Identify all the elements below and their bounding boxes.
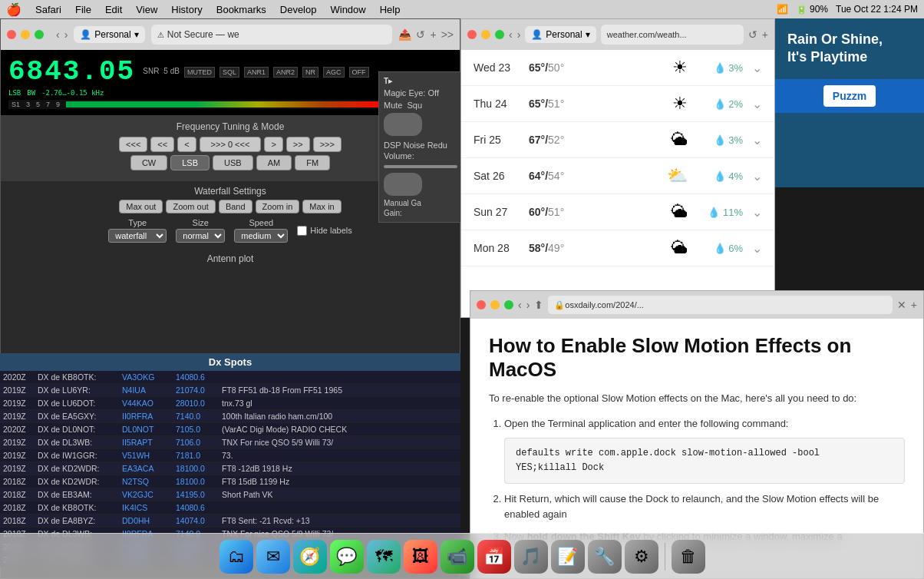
reload-button[interactable]: ↺ [416, 28, 425, 41]
dx-callsign[interactable]: V51WH [122, 451, 176, 460]
size-select[interactable]: normal large [176, 229, 225, 243]
dock-finder[interactable]: 🗂 [219, 540, 253, 574]
code-block[interactable]: defaults write com.apple.dock slow-motio… [504, 438, 905, 484]
tune-right1[interactable]: > [264, 137, 282, 152]
wf-zoom-in[interactable]: Zoom in [256, 200, 300, 213]
hide-labels-checkbox[interactable]: Hide labels [297, 226, 351, 236]
weather-profile[interactable]: 👤 Personal ▾ [525, 26, 596, 43]
dx-freq[interactable]: 7105.0 [176, 425, 222, 434]
article-close-button[interactable] [477, 300, 486, 309]
weather-expand-icon[interactable]: ⌄ [752, 205, 762, 220]
weather-expand-icon[interactable]: ⌄ [752, 241, 762, 256]
weather-forward-button[interactable]: › [517, 28, 521, 41]
dx-callsign[interactable]: II5RAPT [122, 438, 176, 447]
menu-bookmarks[interactable]: Bookmarks [216, 4, 266, 15]
weather-expand-icon[interactable]: ⌄ [752, 97, 762, 111]
type-select[interactable]: waterfall spectrum [108, 229, 167, 243]
weather-url-bar[interactable]: weather.com/weath... [601, 25, 744, 45]
fullscreen-button[interactable] [35, 30, 44, 39]
tune-right2[interactable]: >> [286, 137, 310, 152]
menu-window[interactable]: Window [330, 4, 365, 15]
dx-freq[interactable]: 18100.0 [176, 477, 222, 486]
dx-freq[interactable]: 14080.6 [176, 503, 222, 512]
article-fullscreen-button[interactable] [504, 300, 513, 309]
dock-app-3[interactable]: 🔧 [588, 540, 622, 574]
dx-freq[interactable]: 28010.0 [176, 399, 222, 408]
dock-trash[interactable]: 🗑 [672, 540, 705, 574]
article-share-icon[interactable]: ⬆ [534, 299, 543, 311]
article-new-tab[interactable]: + [911, 299, 917, 311]
url-bar-radio[interactable]: ⚠ Not Secure — we [151, 25, 393, 45]
dock-facetime[interactable]: 📹 [441, 540, 474, 574]
hide-labels-input[interactable] [297, 226, 307, 236]
dx-callsign[interactable]: IK4ICS [122, 503, 176, 512]
tune-left1[interactable]: < [177, 137, 196, 152]
dx-freq[interactable]: 7106.0 [176, 438, 222, 447]
forward-button[interactable]: › [64, 28, 68, 41]
article-close-tab[interactable]: ✕ [897, 299, 906, 311]
weather-expand-icon[interactable]: ⌄ [752, 169, 762, 184]
weather-expand-icon[interactable]: ⌄ [752, 133, 762, 147]
dx-callsign[interactable]: N4IUA [122, 385, 176, 395]
dx-freq[interactable]: 7140.0 [176, 412, 222, 421]
new-tab-button[interactable]: + [430, 28, 436, 41]
dx-callsign[interactable]: VA3OKG [122, 372, 176, 382]
dx-callsign[interactable]: DL0NOT [122, 425, 176, 434]
dock-messages[interactable]: 💬 [330, 540, 364, 574]
tune-left2[interactable]: << [150, 137, 174, 152]
dx-callsign[interactable]: VK2GJC [122, 490, 176, 499]
weather-fullscreen-button[interactable] [495, 30, 504, 39]
wf-zoom-out[interactable]: Zoom out [166, 200, 215, 213]
dx-callsign[interactable]: EA3ACA [122, 464, 176, 473]
weather-day-row[interactable]: Thu 24 65°/51° ☀ 💧 2% ⌄ [461, 86, 774, 122]
mode-lsb[interactable]: LSB [170, 155, 210, 170]
tune-center[interactable]: >>> 0 <<< [200, 137, 262, 152]
article-minimize-button[interactable] [490, 300, 500, 309]
weather-back-button[interactable]: ‹ [509, 28, 513, 41]
tune-far-left[interactable]: <<< [119, 137, 147, 152]
weather-reload-button[interactable]: ↺ [748, 28, 757, 41]
dock-maps[interactable]: 🗺 [367, 540, 401, 574]
dock-app-2[interactable]: 📝 [551, 540, 585, 574]
weather-close-button[interactable] [467, 30, 477, 39]
speed-select[interactable]: medium fast slow [234, 229, 288, 243]
menu-safari[interactable]: Safari [35, 4, 61, 15]
dock-mail[interactable]: ✉ [256, 540, 290, 574]
dx-callsign[interactable]: II0RFRA [122, 412, 176, 421]
dx-callsign[interactable]: V44KAO [122, 399, 176, 408]
mode-usb[interactable]: USB [213, 155, 253, 170]
wf-band[interactable]: Band [219, 200, 252, 213]
back-button[interactable]: ‹ [56, 28, 60, 41]
dx-freq[interactable]: 21074.0 [176, 385, 222, 395]
article-forward-button[interactable]: › [526, 299, 530, 311]
dock-photos[interactable]: 🖼 [404, 540, 437, 574]
close-button[interactable] [7, 30, 16, 39]
dx-freq[interactable]: 18100.0 [176, 464, 222, 473]
menu-history[interactable]: History [171, 4, 202, 15]
mode-am[interactable]: AM [256, 155, 292, 170]
toggle-switch[interactable] [384, 113, 422, 136]
mode-cw[interactable]: CW [130, 155, 167, 170]
dx-freq[interactable]: 14074.0 [176, 516, 222, 525]
weather-day-row[interactable]: Mon 28 58°/49° 🌥 💧 6% ⌄ [461, 230, 774, 266]
weather-day-row[interactable]: Wed 23 65°/50° ☀ 💧 3% ⌄ [461, 50, 774, 86]
menu-develop[interactable]: Develop [280, 4, 317, 15]
weather-day-row[interactable]: Sat 26 64°/54° ⛅ 💧 4% ⌄ [461, 158, 774, 194]
wf-max-in[interactable]: Max in [302, 200, 341, 213]
share-button[interactable]: 📤 [398, 28, 411, 41]
apple-menu[interactable]: 🍎 [6, 2, 21, 17]
weather-day-row[interactable]: Fri 25 67°/52° 🌥 💧 3% ⌄ [461, 122, 774, 158]
dx-callsign[interactable]: DD0HH [122, 516, 176, 525]
menu-view[interactable]: View [136, 4, 157, 15]
dx-freq[interactable]: 7181.0 [176, 451, 222, 460]
toggle-switch2[interactable] [384, 173, 422, 196]
menu-help[interactable]: Help [380, 4, 401, 15]
article-back-button[interactable]: ‹ [518, 299, 522, 311]
profile-selector[interactable]: 👤 Personal ▾ [74, 26, 144, 43]
dx-freq[interactable]: 14080.6 [176, 372, 222, 382]
dx-freq[interactable]: 14195.0 [176, 490, 222, 499]
weather-new-tab-button[interactable]: + [762, 28, 768, 41]
dock-app-1[interactable]: 🎵 [514, 540, 548, 574]
minimize-button[interactable] [21, 30, 30, 39]
weather-minimize-button[interactable] [481, 30, 490, 39]
